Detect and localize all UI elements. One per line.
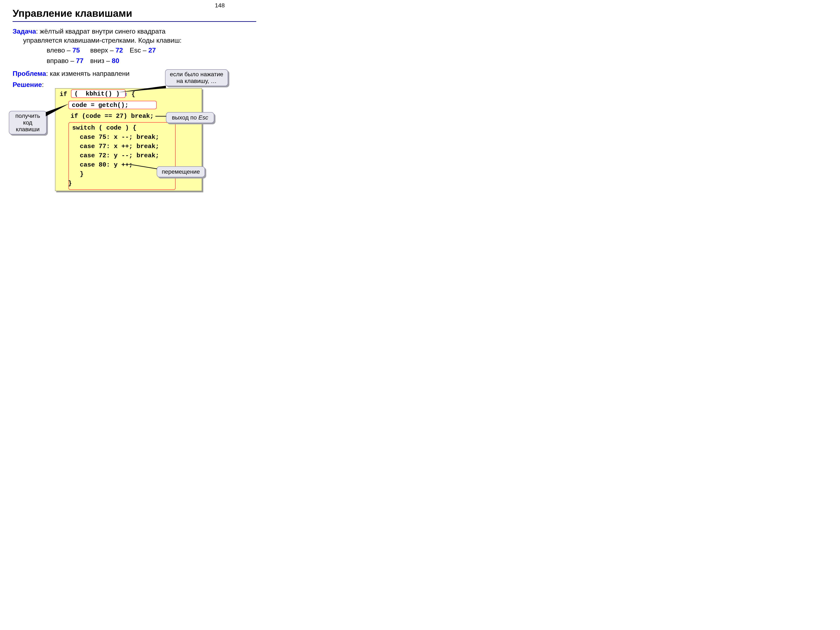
callout-esc-pre: выход по (172, 114, 199, 121)
code-getch: code = getch(); (69, 101, 156, 109)
task-label: Задача (13, 27, 36, 35)
callout-getch-line2: код (13, 119, 43, 126)
code-if-kw: if (60, 91, 71, 98)
pointer-kbhit (118, 86, 168, 94)
code-switch-close-inner: } (72, 171, 84, 178)
keycode-esc: Esc – 27 (130, 45, 162, 55)
problem-label: Проблема (13, 70, 46, 77)
code-switch-close-outer: } (68, 180, 72, 187)
callout-esc-italic: Esc (199, 114, 208, 121)
callout-esc: выход по Esc (166, 112, 214, 123)
code-case-75: case 75: x --; break; (72, 134, 159, 141)
pointer-getch (46, 104, 71, 118)
svg-marker-0 (118, 86, 166, 92)
callout-kbhit: если было нажатие на клавишу, … (165, 69, 228, 86)
solution-label: Решение (13, 81, 42, 88)
callout-getch-line1: получить (13, 112, 43, 119)
svg-line-2 (129, 164, 157, 169)
code-case-80: case 80: y ++; (72, 161, 133, 169)
keycode-down: вниз – 80 (90, 56, 129, 66)
callout-move-text: перемещение (162, 169, 200, 175)
task-line-1: Задача: жёлтый квадрат внутри синего ква… (13, 27, 256, 36)
task-text-2: управляется клавишами-стрелками. Коды кл… (13, 36, 256, 45)
keycode-up: вверх – 72 (90, 45, 129, 55)
problem-text: : как изменять направлени (46, 70, 129, 77)
code-if-cond: ( kbhit() ) (71, 90, 125, 98)
callout-getch: получить код клавиши (9, 111, 47, 134)
code-getch-box: code = getch(); (68, 101, 157, 109)
task-text-1: : жёлтый квадрат внутри синего квадрата (36, 27, 166, 35)
callout-kbhit-line2: на клавишу, … (169, 78, 224, 84)
code-switch-open: switch ( code ) { (72, 124, 136, 131)
solution-colon: : (42, 81, 44, 88)
code-if-cond-box: ( kbhit() ) (71, 90, 126, 98)
code-case-77: case 77: x ++; break; (72, 143, 159, 150)
callout-move: перемещение (157, 166, 205, 177)
connector-esc (155, 116, 166, 117)
keycodes-table: влево – 75 вверх – 72 Esc – 27 вправо – … (13, 45, 163, 66)
page-number: 148 (215, 2, 225, 9)
pointer-move (129, 164, 158, 171)
code-case-72: case 72: y --; break; (72, 152, 159, 159)
slide: 148 Управление клавишами Задача: жёлтый … (0, 0, 269, 202)
callout-getch-line3: клавиши (13, 126, 43, 133)
callout-kbhit-line1: если было нажатие (169, 71, 224, 78)
code-break-line: if (code == 27) break; (71, 112, 154, 120)
svg-marker-1 (46, 104, 69, 116)
keycode-left: влево – 75 (47, 45, 90, 55)
keycode-right: вправо – 77 (47, 56, 90, 66)
